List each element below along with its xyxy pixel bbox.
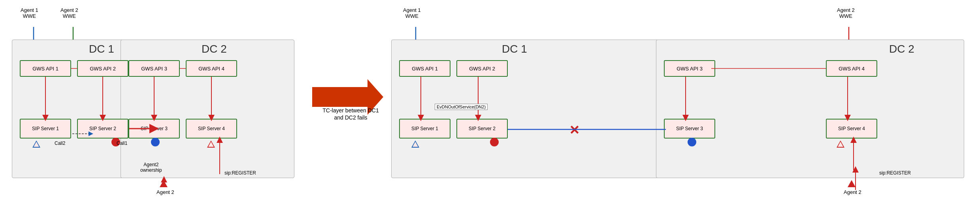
- left-sip-server-2: SIP Server 2: [77, 119, 128, 139]
- diagram-container: Agent 1 WWE Agent 2 WWE DC 1 DC 2 GWS AP…: [0, 0, 980, 205]
- right-agent2-bottom-triangle: [848, 180, 856, 187]
- left-sip-server-3: SIP Server 3: [128, 119, 180, 139]
- right-agent2-bottom-label: Agent 2: [844, 189, 861, 195]
- left-agent2-ownership: Agent2 ownership: [140, 156, 162, 173]
- left-sip3-blue-circle: [151, 138, 160, 146]
- right-gws-api-1: GWS API 1: [399, 60, 450, 77]
- right-dc1-label: DC 1: [502, 43, 527, 55]
- right-gws-api-3: GWS API 3: [664, 60, 715, 77]
- left-gws-api-2: GWS API 2: [77, 60, 128, 77]
- right-x-mark: ✕: [569, 123, 580, 138]
- right-agent2-label: Agent 2 WWE: [837, 7, 855, 19]
- left-sip-register-label: sip:REGISTER: [224, 170, 256, 176]
- right-agent1-label: Agent 1 WWE: [403, 7, 421, 19]
- left-dc2-label: DC 2: [202, 43, 227, 55]
- left-sip-server-4: SIP Server 4: [186, 119, 237, 139]
- right-gws-api-4: GWS API 4: [826, 60, 877, 77]
- left-gws-api-4: GWS API 4: [186, 60, 237, 77]
- right-sip-server-1: SIP Server 1: [399, 119, 450, 139]
- left-call1-label: Call1: [117, 140, 127, 146]
- left-gws-api-3: GWS API 3: [128, 60, 180, 77]
- left-call2-label: Call2: [55, 140, 65, 146]
- left-agent2-bottom-triangle: [160, 180, 168, 187]
- right-gws-api-2: GWS API 2: [456, 60, 508, 77]
- right-sip-server-2: SIP Server 2: [456, 119, 508, 139]
- left-agent2-label: Agent 2 WWE: [60, 7, 78, 19]
- right-dc2-label: DC 2: [889, 43, 914, 55]
- left-gws-api-1: GWS API 1: [20, 60, 71, 77]
- right-sip3-blue-circle: [688, 138, 696, 146]
- left-agent1-label: Agent 1 WWE: [21, 7, 38, 19]
- middle-arrow-text: TC-layer between DC1 and DC2 fails: [314, 107, 387, 121]
- left-dc1-label: DC 1: [89, 43, 114, 55]
- right-sip2-red-circle: [490, 138, 499, 146]
- right-sip-server-3: SIP Server 3: [664, 119, 715, 139]
- right-sip-server-4: SIP Server 4: [826, 119, 877, 139]
- right-sip-register-label: sip:REGISTER: [879, 170, 911, 176]
- left-agent2-bottom-label: Agent 2: [156, 189, 174, 195]
- left-sip-server-1: SIP Server 1: [20, 119, 71, 139]
- right-ev-dn-label: EvDNOutOfService(DN2): [435, 104, 488, 110]
